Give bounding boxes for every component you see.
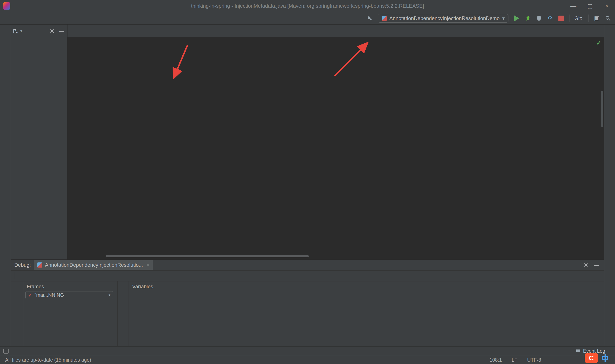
restore-layout-icon[interactable]: ▣ bbox=[592, 13, 602, 23]
navigation-bar: AnnotationDependencyInjectionResolutionD… bbox=[0, 12, 615, 25]
toolwindow-quick-access-icon[interactable] bbox=[3, 349, 9, 353]
run-button[interactable] bbox=[512, 13, 522, 23]
debug-session-tab[interactable]: AnnotationDependencyInjectionResolutio..… bbox=[34, 260, 153, 270]
frames-title: Frames bbox=[23, 281, 118, 290]
close-icon[interactable]: × bbox=[146, 262, 149, 268]
variables-title: Variables bbox=[129, 281, 604, 290]
caret-position[interactable]: 108:1 bbox=[489, 357, 502, 363]
inspections-ok-icon[interactable]: ✓ bbox=[596, 39, 602, 47]
run-config-name: AnnotationDependencyInjectionResolutionD… bbox=[389, 15, 499, 21]
code-editor[interactable]: ✓ bbox=[67, 37, 604, 260]
window-controls: — ▢ × bbox=[565, 0, 615, 12]
left-tool-stripe bbox=[0, 25, 11, 346]
chevron-down-icon: ▾ bbox=[108, 293, 110, 298]
build-hammer-icon[interactable] bbox=[365, 13, 374, 23]
frames-list bbox=[23, 302, 118, 346]
window-title: thinking-in-spring - InjectionMetadata.j… bbox=[191, 3, 424, 9]
close-button[interactable]: × bbox=[598, 0, 615, 12]
debug-side-toolbar bbox=[11, 281, 23, 346]
profiler-button[interactable] bbox=[545, 13, 555, 23]
file-encoding[interactable]: UTF-8 bbox=[527, 357, 541, 363]
debug-session-name: AnnotationDependencyInjectionResolutio..… bbox=[45, 262, 143, 268]
debug-button[interactable] bbox=[523, 13, 533, 23]
run-configuration-select[interactable]: AnnotationDependencyInjectionResolutionD… bbox=[378, 14, 508, 23]
ide-window: thinking-in-spring - InjectionMetadata.j… bbox=[0, 0, 615, 364]
editor-zone: ✓ bbox=[67, 25, 604, 260]
settings-gear-icon[interactable] bbox=[48, 27, 56, 35]
debug-tool-window: Debug: AnnotationDependencyInjectionReso… bbox=[11, 260, 604, 346]
vertical-scrollbar[interactable] bbox=[601, 91, 603, 127]
hide-panel-icon[interactable]: — bbox=[594, 262, 599, 268]
minimize-button[interactable]: — bbox=[565, 0, 582, 12]
run-config-icon bbox=[37, 262, 42, 268]
run-toolbar: AnnotationDependencyInjectionResolutionD… bbox=[365, 13, 613, 23]
variables-list bbox=[129, 290, 604, 346]
git-label: Git: bbox=[575, 15, 582, 21]
run-config-icon bbox=[382, 16, 387, 21]
line-separator[interactable]: LF bbox=[512, 357, 517, 363]
project-panel-header: P.. ▾ — bbox=[11, 25, 67, 37]
chevron-down-icon[interactable]: ▾ bbox=[20, 29, 22, 33]
horizontal-scrollbar[interactable] bbox=[106, 255, 309, 257]
debug-header: Debug: AnnotationDependencyInjectionReso… bbox=[11, 260, 604, 270]
ime-indicator-icon bbox=[601, 353, 609, 363]
variables-toolbar bbox=[118, 281, 129, 346]
app-icon bbox=[3, 2, 10, 10]
maximize-button[interactable]: ▢ bbox=[582, 0, 598, 12]
project-tree bbox=[11, 37, 67, 260]
search-everywhere-icon[interactable] bbox=[603, 13, 613, 23]
watermark: C bbox=[585, 353, 612, 363]
variables-panel: Variables bbox=[118, 281, 604, 346]
title-bar: thinking-in-spring - InjectionMetadata.j… bbox=[0, 0, 615, 12]
right-tool-stripe bbox=[604, 25, 615, 346]
frames-panel: Frames ✓ "mai...NNING ▾ bbox=[23, 281, 118, 346]
project-panel-title[interactable]: P.. bbox=[13, 28, 19, 34]
status-message: All files are up-to-date (15 minutes ago… bbox=[5, 357, 91, 363]
stop-button[interactable] bbox=[556, 13, 566, 23]
debug-label: Debug: bbox=[14, 262, 31, 268]
chevron-down-icon: ▾ bbox=[502, 15, 505, 21]
editor-tab-bar bbox=[67, 25, 604, 37]
project-tool-window: P.. ▾ — bbox=[11, 25, 67, 260]
settings-gear-icon[interactable] bbox=[583, 262, 589, 268]
status-bar: All files are up-to-date (15 minutes ago… bbox=[0, 356, 615, 364]
thread-name: "mai...NNING bbox=[34, 292, 106, 298]
hide-panel-icon[interactable]: — bbox=[57, 27, 65, 35]
coverage-button[interactable] bbox=[534, 13, 544, 23]
thread-selector[interactable]: ✓ "mai...NNING ▾ bbox=[26, 291, 113, 299]
bottom-tool-stripe: Event Log bbox=[0, 346, 615, 356]
thread-status-icon: ✓ bbox=[28, 292, 32, 298]
csdn-logo-icon: C bbox=[585, 353, 598, 363]
debug-toolbar bbox=[11, 270, 604, 281]
